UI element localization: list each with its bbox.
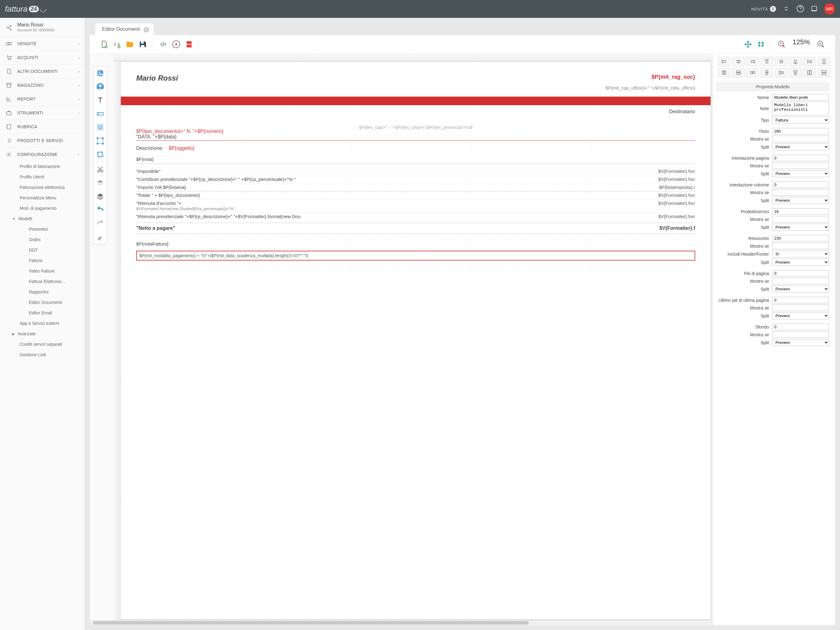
sub-editor-email[interactable]: Editor Email: [0, 308, 85, 318]
image-tool[interactable]: [94, 66, 107, 80]
doc-nota[interactable]: $F{nota}: [136, 157, 695, 164]
canvas[interactable]: Mario Rossi $P{mit_rag_soc} $P{mit_cap_u…: [90, 54, 713, 625]
layer-down-tool[interactable]: [94, 176, 107, 190]
novita[interactable]: NOVITÀ 1: [752, 6, 776, 12]
prop-split7-select[interactable]: Previeni: [772, 312, 829, 319]
align-top[interactable]: [761, 57, 773, 66]
sub-modelli[interactable]: ▼Modelli: [0, 214, 85, 224]
prop-split2-select[interactable]: Previeni: [772, 170, 829, 177]
prop-intcol-input[interactable]: [772, 182, 829, 188]
sub-gestione-link[interactable]: Gestione Link: [0, 350, 85, 360]
nav-magazzino[interactable]: MAGAZZINO ›: [0, 78, 85, 92]
prop-prod-input[interactable]: [772, 208, 829, 215]
align-opt-4[interactable]: [761, 68, 773, 77]
doc-descr-label[interactable]: Descrizione:: [136, 146, 163, 151]
zoom-out-button[interactable]: [775, 38, 788, 51]
fit-button[interactable]: [755, 38, 767, 51]
nav-strumenti[interactable]: STRUMENTI ›: [0, 106, 85, 120]
doc-ritenuta-prev[interactable]: "Ritenuta previdenziale "+$P{rp_descrizi…: [136, 214, 301, 219]
sub-app-servizi[interactable]: App e Servizi esterni: [0, 318, 85, 329]
align-middle[interactable]: [775, 57, 788, 66]
move-button[interactable]: [742, 38, 754, 51]
prop-mostra5-input[interactable]: [772, 243, 829, 249]
prop-split4-select[interactable]: Previeni: [772, 224, 829, 231]
cut-tool[interactable]: [94, 163, 107, 176]
prop-inchf-select[interactable]: Sì: [772, 250, 829, 258]
align-opt-6[interactable]: [789, 68, 802, 77]
sub-fatturazione-elettronica[interactable]: Fatturazione elettronica: [0, 182, 85, 193]
select-tool[interactable]: [94, 134, 107, 148]
doc-netto[interactable]: "Netto a pagare": [136, 225, 175, 231]
prop-sfondo-input[interactable]: [772, 324, 829, 330]
erase-tool[interactable]: [94, 230, 107, 244]
align-center-h[interactable]: [732, 57, 744, 66]
prop-nome-input[interactable]: [772, 94, 829, 101]
doc-red-band[interactable]: [121, 97, 711, 105]
sub-video-fatture[interactable]: Video Fatture: [0, 266, 85, 276]
link-icon[interactable]: [782, 5, 790, 14]
doc-contributo[interactable]: "Contributo previdenziale "+$P{cp_descri…: [136, 177, 295, 182]
sub-ddt[interactable]: DDT: [0, 245, 85, 255]
same-height[interactable]: [732, 68, 744, 77]
doc-ritenuta-acconto[interactable]: "Ritenuta d'acconto "+$V{Formatter} form…: [136, 201, 235, 211]
sub-profilo-fatturazione[interactable]: Profilo di fatturazione: [0, 161, 85, 172]
group-tool[interactable]: [94, 120, 107, 134]
prop-split3-select[interactable]: Previeni: [772, 197, 829, 204]
sub-preventivi[interactable]: Preventivi: [0, 224, 85, 234]
same-width[interactable]: [718, 68, 730, 77]
align-opt-7[interactable]: [804, 68, 816, 77]
align-opt-8[interactable]: [818, 68, 830, 77]
redo-tool[interactable]: [94, 217, 107, 230]
prop-intpag-input[interactable]: [772, 155, 829, 161]
nav-configurazione[interactable]: CONFIGURAZIONE ›: [0, 147, 85, 161]
avatar[interactable]: MR: [824, 3, 835, 14]
prop-mostra1-input[interactable]: [772, 136, 829, 142]
doc-totale[interactable]: "Totale " + $P{tipo_documento}: [136, 193, 200, 198]
doc-imponibile[interactable]: "Imponibile": [136, 169, 161, 174]
document-page[interactable]: Mario Rossi $P{mit_rag_soc} $P{mit_cap_u…: [120, 61, 711, 619]
save-button[interactable]: [136, 38, 149, 51]
prop-mostra7-input[interactable]: [772, 304, 829, 311]
prop-titolo-input[interactable]: [772, 128, 829, 135]
doc-payment-box[interactable]: $P{mit_modalita_pagamento} + "\n"+($P{mi…: [136, 251, 695, 261]
sub-fatture-elettroniche[interactable]: Fatture Elettronic...: [0, 276, 85, 287]
new-doc-button[interactable]: [98, 38, 110, 51]
doc-mit-cap[interactable]: $P{mit_cap_ufficio}+" "+$P{mit_citta_uff…: [605, 85, 695, 90]
sub-personalizza-menu[interactable]: Personalizza Menu: [0, 193, 85, 203]
sub-ordini[interactable]: Ordini: [0, 234, 85, 245]
doc-importo-iva[interactable]: "Importo IVA $P{listaIva}: [136, 185, 186, 190]
prop-mostra6-input[interactable]: [772, 278, 829, 284]
pdf-button[interactable]: PDF: [183, 38, 195, 51]
window-icon[interactable]: [810, 5, 818, 13]
sub-editor-documenti[interactable]: Editor Documenti: [0, 297, 85, 308]
nav-rubrica[interactable]: RUBRICA: [0, 120, 85, 133]
prop-mostra3-input[interactable]: [772, 189, 829, 196]
doc-mit-rag-soc[interactable]: $P{mit_rag_soc}: [605, 74, 695, 80]
prop-split8-select[interactable]: Previeni: [772, 339, 829, 346]
nav-altri-documenti[interactable]: ALTRI DOCUMENTI ›: [0, 64, 85, 78]
avatar-tool[interactable]: [94, 80, 107, 93]
distribute-v[interactable]: [818, 57, 830, 66]
prop-mostra2-input[interactable]: [772, 162, 829, 169]
close-icon[interactable]: ✕: [144, 27, 149, 33]
open-button[interactable]: [123, 38, 136, 51]
prop-note-input[interactable]: Modello liberi professionisti: [772, 102, 829, 116]
nav-prodotti[interactable]: PRODOTTI E SERVIZI: [0, 133, 85, 147]
doc-destinatario[interactable]: Destinatario: [136, 109, 695, 114]
prop-ult-input[interactable]: [772, 297, 829, 303]
help-icon[interactable]: [796, 5, 804, 14]
tab-editor-documenti[interactable]: Editor Documenti ✕: [95, 24, 153, 35]
undo-tool[interactable]: [94, 203, 107, 217]
nav-report[interactable]: REPORT ›: [0, 92, 85, 106]
prop-mostra4-input[interactable]: [772, 216, 829, 222]
prop-pie-input[interactable]: [772, 270, 829, 277]
sub-profilo-utenti[interactable]: Profilo Utenti: [0, 172, 85, 182]
horizontal-scrollbar[interactable]: [90, 620, 713, 625]
textfield-tool[interactable]: [94, 107, 107, 120]
prop-tipo-select[interactable]: Fattura: [772, 117, 829, 123]
sub-rapportini[interactable]: Rapportini: [0, 287, 85, 297]
sub-avanzate[interactable]: ▶Avanzate: [0, 329, 85, 339]
align-opt-5[interactable]: [775, 68, 788, 77]
doc-nota-fattura[interactable]: $P{notaFattura}: [136, 241, 695, 246]
prop-mostra8-input[interactable]: [772, 331, 829, 338]
